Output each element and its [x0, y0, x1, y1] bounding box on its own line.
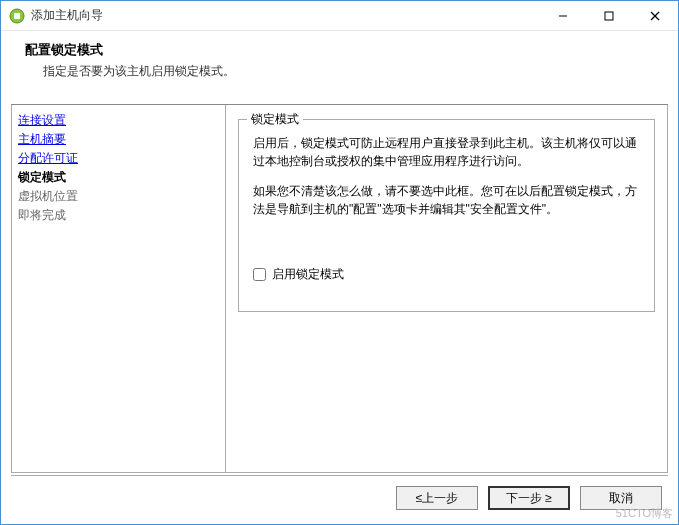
cancel-button[interactable]: 取消 — [580, 486, 662, 510]
page-subtitle: 指定是否要为该主机启用锁定模式。 — [25, 63, 654, 80]
wizard-steps-sidebar: 连接设置 主机摘要 分配许可证 锁定模式 虚拟机位置 即将完成 — [11, 105, 226, 473]
wizard-header: 配置锁定模式 指定是否要为该主机启用锁定模式。 — [1, 31, 678, 94]
close-button[interactable] — [632, 1, 678, 30]
sidebar-item-summary[interactable]: 主机摘要 — [18, 130, 219, 149]
sidebar-item-vm-location: 虚拟机位置 — [18, 187, 219, 206]
wizard-button-row: ≤上一步 下一步 ≥ 取消 — [1, 476, 678, 524]
sidebar-item-ready: 即将完成 — [18, 206, 219, 225]
description-para-1: 启用后，锁定模式可防止远程用户直接登录到此主机。该主机将仅可以通过本地控制台或授… — [253, 134, 640, 170]
svg-rect-3 — [605, 12, 613, 20]
main-panel: 锁定模式 启用后，锁定模式可防止远程用户直接登录到此主机。该主机将仅可以通过本地… — [226, 105, 668, 473]
description-para-2: 如果您不清楚该怎么做，请不要选中此框。您可在以后配置锁定模式，方法是导航到主机的… — [253, 182, 640, 218]
back-button[interactable]: ≤上一步 — [396, 486, 478, 510]
sidebar-item-lockdown: 锁定模式 — [18, 168, 219, 187]
content-area: 连接设置 主机摘要 分配许可证 锁定模式 虚拟机位置 即将完成 锁定模式 启用后… — [11, 104, 668, 473]
sidebar-item-label: 即将完成 — [18, 208, 66, 222]
sidebar-item-label: 连接设置 — [18, 113, 66, 127]
sidebar-item-connection[interactable]: 连接设置 — [18, 111, 219, 130]
page-title: 配置锁定模式 — [25, 41, 654, 59]
fieldset-legend: 锁定模式 — [247, 111, 303, 128]
sidebar-item-label: 锁定模式 — [18, 170, 66, 184]
titlebar: 添加主机向导 — [1, 1, 678, 31]
sidebar-item-label: 分配许可证 — [18, 151, 78, 165]
next-button[interactable]: 下一步 ≥ — [488, 486, 570, 510]
minimize-button[interactable] — [540, 1, 586, 30]
app-icon — [9, 8, 25, 24]
window-title: 添加主机向导 — [31, 7, 540, 24]
sidebar-item-label: 虚拟机位置 — [18, 189, 78, 203]
enable-lockdown-label: 启用锁定模式 — [272, 266, 344, 283]
enable-lockdown-row: 启用锁定模式 — [253, 266, 640, 283]
maximize-button[interactable] — [586, 1, 632, 30]
lockdown-fieldset: 锁定模式 启用后，锁定模式可防止远程用户直接登录到此主机。该主机将仅可以通过本地… — [238, 119, 655, 312]
window-controls — [540, 1, 678, 30]
svg-rect-1 — [14, 13, 20, 19]
wizard-window: 添加主机向导 配置锁定模式 指定是否要为该主机启用锁定模式。 连接设置 主机摘要… — [0, 0, 679, 525]
sidebar-item-label: 主机摘要 — [18, 132, 66, 146]
enable-lockdown-checkbox[interactable] — [253, 268, 266, 281]
sidebar-item-license[interactable]: 分配许可证 — [18, 149, 219, 168]
